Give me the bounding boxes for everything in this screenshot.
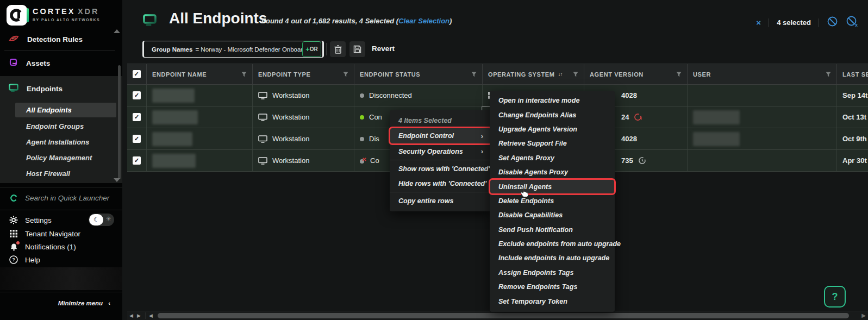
sidebar-item-help[interactable]: ? Help — [0, 253, 122, 266]
submenu-item-set-temporary-token[interactable]: Set Temporary Token — [490, 294, 615, 308]
endpoints-section: Endpoints All Endpoints Endpoint Groups … — [0, 76, 122, 183]
last-seen: Oct 13t — [842, 113, 866, 121]
submenu-item-send-push-notification[interactable]: Send Push Notification — [490, 223, 615, 237]
select-all-checkbox-cell: ✓ — [127, 64, 147, 84]
quick-launcher-search[interactable]: Search in Quick Launcher — [0, 191, 122, 204]
redacted-user — [693, 132, 740, 146]
sidebar-item-tenant-navigator[interactable]: Tenant Navigator — [0, 227, 122, 240]
sidebar-item-notifications[interactable]: Notifications (1) — [0, 240, 122, 253]
sidebar-item-endpoints[interactable]: Endpoints — [0, 80, 122, 97]
col-agent-version[interactable]: AGENT VERSION — [584, 64, 688, 84]
submenu-item-exclude-auto-upgrade[interactable]: Exclude endpoints from auto upgrade — [490, 237, 615, 251]
col-last-seen[interactable]: LAST SE — [837, 64, 868, 84]
col-endpoint-status[interactable]: ENDPOINT STATUS — [354, 64, 483, 84]
sidebar-item-policy-management[interactable]: Policy Management — [15, 150, 116, 165]
sidebar-scroll-down-icon[interactable] — [114, 178, 120, 182]
submenu-item-retrieve-support-file[interactable]: Retrieve Support File — [490, 136, 615, 150]
chevron-right-icon: › — [481, 132, 483, 140]
brand-tagline: BY PALO ALTO NETWORKS — [33, 16, 100, 24]
menu-item-show-rows-connected[interactable]: Show rows with 'Connected' — [390, 161, 492, 176]
assets-icon — [9, 58, 18, 69]
results-summary: Found 4 out of 1,682 results, 4 Selected… — [261, 17, 452, 25]
sidebar-item-detection-rules[interactable]: Detection Rules — [0, 31, 122, 47]
filter-field: Group Names — [152, 46, 192, 53]
help-fab-button[interactable]: ? — [824, 286, 846, 308]
last-seen: Apr 30t — [842, 156, 867, 165]
scroll-right-icon[interactable]: ▶ — [137, 313, 141, 318]
sidebar-item-endpoint-groups[interactable]: Endpoint Groups — [15, 119, 116, 134]
trash-icon — [334, 45, 342, 54]
sidebar-item-host-firewall[interactable]: Host Firewall — [15, 166, 116, 181]
col-operating-system[interactable]: OPERATING SYSTEM ↓↑ — [483, 64, 584, 84]
agent-version: 735 — [621, 156, 633, 165]
sidebar-item-assets[interactable]: Assets — [0, 55, 122, 71]
light-mode-icon[interactable]: ☀ — [105, 215, 111, 223]
submenu-item-uninstall-agents[interactable]: Uninstall Agents — [490, 179, 615, 193]
gear-icon — [9, 216, 18, 224]
status-dot-connection-lost: ✕ — [360, 158, 365, 164]
unblock-icon[interactable]: x — [846, 15, 858, 30]
delete-filter-button[interactable] — [330, 41, 346, 57]
tenant-navigator-label: Tenant Navigator — [25, 230, 80, 238]
sidebar-divider — [4, 51, 115, 51]
submenu-item-assign-endpoints-tags[interactable]: Assign Endpoints Tags — [490, 266, 615, 280]
submenu-item-include-auto-upgrade[interactable]: Include endpoints in auto upgrade — [490, 251, 615, 265]
grid-icon — [9, 230, 18, 237]
col-endpoint-name[interactable]: ENDPOINT NAME — [147, 64, 253, 84]
row-checkbox[interactable]: ✓ — [133, 113, 141, 121]
workstation-icon — [258, 157, 267, 165]
brand-logo[interactable]: CORTEX XDR BY PALO ALTO NETWORKS — [7, 5, 100, 26]
submenu-item-disable-agents-proxy[interactable]: Disable Agents Proxy — [490, 165, 615, 179]
page-title: All Endpoints — [169, 10, 267, 27]
submenu-item-delete-endpoints[interactable]: Delete Endpoints — [490, 194, 615, 208]
submenu-item-remove-endpoints-tags[interactable]: Remove Endpoints Tags — [490, 280, 615, 294]
scrollbar-thumb[interactable] — [158, 313, 849, 318]
clear-selection-link[interactable]: Clear Selection — [398, 17, 449, 25]
submenu-item-set-agents-proxy[interactable]: Set Agents Proxy — [490, 151, 615, 165]
scroll-step-left-icon[interactable]: ◀ — [149, 313, 153, 318]
last-seen: Sep 14t — [842, 91, 867, 99]
col-endpoint-type[interactable]: ENDPOINT TYPE — [253, 64, 354, 84]
dark-mode-icon[interactable]: ☾ — [89, 214, 103, 225]
upgrade-alert-icon: ! — [634, 113, 642, 121]
select-all-checkbox[interactable]: ✓ — [133, 70, 141, 78]
endpoint-status: Disconnected — [369, 91, 412, 99]
detection-rules-label: Detection Rules — [27, 35, 83, 43]
col-user[interactable]: USER — [688, 64, 837, 84]
scroll-left-icon[interactable]: ◀ — [129, 313, 133, 318]
row-checkbox[interactable]: ✓ — [133, 156, 141, 165]
filter-icon — [573, 72, 578, 77]
redacted-user — [693, 110, 740, 124]
agent-version: 24 — [621, 113, 629, 121]
resize-corner-icon: ▶ — [861, 312, 866, 318]
svg-text:x: x — [855, 22, 858, 28]
add-or-filter-button[interactable]: +OR — [302, 41, 321, 57]
sidebar-item-agent-installations[interactable]: Agent Installations — [15, 135, 116, 149]
sidebar-scrollbar[interactable] — [118, 65, 121, 179]
revert-button[interactable]: Revert — [372, 45, 395, 53]
close-selection-icon[interactable]: × — [756, 18, 761, 27]
sidebar-item-all-endpoints[interactable]: All Endpoints — [15, 103, 116, 117]
block-icon[interactable] — [827, 16, 838, 29]
menu-item-hide-rows-connected[interactable]: Hide rows with 'Connected' — [390, 176, 492, 191]
save-filter-button[interactable] — [349, 41, 365, 57]
menu-item-endpoint-control[interactable]: Endpoint Control › — [390, 128, 492, 144]
submenu-item-upgrade-agents-version[interactable]: Upgrade Agents Version — [490, 122, 615, 136]
endpoint-status: Co — [370, 156, 379, 165]
workstation-icon — [258, 114, 267, 121]
filter-icon — [471, 72, 477, 77]
menu-divider — [390, 160, 492, 160]
minimize-menu-button[interactable]: Minimize menu ‹ — [0, 292, 122, 313]
submenu-item-open-interactive-mode[interactable]: Open in interactive mode — [490, 93, 615, 108]
row-checkbox[interactable]: ✓ — [133, 135, 141, 143]
menu-item-copy-entire-rows[interactable]: Copy entire rows — [390, 193, 492, 208]
filter-chip-group-names[interactable]: Group Names = Norway - Microsoft Defende… — [142, 41, 324, 58]
endpoint-type: Workstation — [272, 156, 309, 165]
quick-launcher-label: Search in Quick Launcher — [25, 194, 109, 202]
sort-icon[interactable]: ↓↑ — [558, 71, 562, 77]
menu-item-security-operations[interactable]: Security Operations › — [390, 144, 492, 159]
submenu-item-change-endpoints-alias[interactable]: Change Endpoints Alias — [490, 108, 615, 122]
theme-toggle[interactable]: ☾ ☀ — [89, 214, 114, 226]
row-checkbox[interactable]: ✓ — [133, 91, 141, 99]
submenu-item-disable-capabilities[interactable]: Disable Capabilities — [490, 208, 615, 222]
